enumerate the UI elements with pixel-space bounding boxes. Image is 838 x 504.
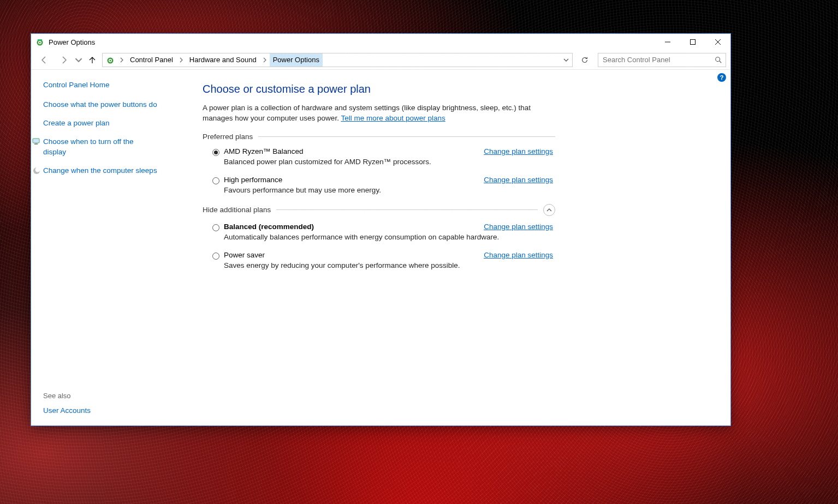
plan-high-performance: High performance Change plan settings Fa… [212,176,555,194]
navigation-bar: Control Panel Hardware and Sound Power O… [31,50,730,70]
sidebar-link-sleep[interactable]: Change when the computer sleeps [43,166,158,176]
sidebar-link-display-off[interactable]: Choose when to turn off the display [43,137,158,157]
svg-rect-8 [33,139,39,143]
divider [258,136,555,137]
plan-description: Balanced power plan customized for AMD R… [224,158,555,166]
section-additional-plans[interactable]: Hide additional plans [203,204,555,216]
plan-name[interactable]: Power saver [224,251,265,259]
plan-name[interactable]: AMD Ryzen™ Balanced [224,147,304,155]
section-label: Preferred plans [203,133,253,141]
control-panel-window: Power Options [31,33,731,426]
help-icon[interactable]: ? [717,73,726,82]
sidebar-link-create-plan[interactable]: Create a power plan [43,118,158,128]
plan-amd-ryzen-balanced: AMD Ryzen™ Balanced Change plan settings… [212,147,555,166]
plan-description: Favours performance but may use more ene… [224,186,555,194]
section-label: Hide additional plans [203,206,271,214]
tell-me-more-link[interactable]: Tell me more about power plans [341,114,445,122]
page-description: A power plan is a collection of hardware… [203,103,555,124]
close-button[interactable] [705,34,730,50]
titlebar: Power Options [31,34,730,50]
breadcrumb-item[interactable]: Hardware and Sound [186,53,260,67]
power-options-icon [35,38,44,46]
change-plan-settings-link[interactable]: Change plan settings [484,176,553,184]
svg-point-2 [39,42,41,44]
sidebar: Control Panel Home Choose what the power… [31,70,164,425]
desktop-background: Power Options [0,0,838,504]
chevron-right-icon[interactable] [117,57,127,63]
divider [276,209,538,210]
chevron-up-icon[interactable] [543,204,555,216]
radio-button[interactable] [212,149,219,156]
main-content: Choose or customise a power plan A power… [164,70,568,425]
radio-button[interactable] [212,224,219,231]
monitor-icon [32,137,41,146]
plan-description: Automatically balances performance with … [224,233,555,241]
window-title: Power Options [49,38,95,46]
address-bar[interactable]: Control Panel Hardware and Sound Power O… [102,53,573,67]
moon-icon [32,166,41,175]
control-panel-home-link[interactable]: Control Panel Home [43,81,158,89]
breadcrumb-item-current[interactable]: Power Options [270,53,323,67]
address-dropdown-icon[interactable] [559,57,572,63]
sidebar-link-power-buttons[interactable]: Choose what the power buttons do [43,100,158,110]
svg-point-6 [110,59,111,61]
plan-name[interactable]: High performance [224,176,282,184]
window-body: ? Control Panel Home Choose what the pow… [31,70,730,425]
back-button[interactable] [35,52,53,68]
svg-point-11 [35,167,40,172]
plan-name[interactable]: Balanced (recommended) [224,223,314,231]
minimize-button[interactable] [655,34,680,50]
page-heading: Choose or customise a power plan [203,83,555,95]
plan-description: Saves energy by reducing your computer's… [224,261,555,269]
chevron-right-icon[interactable] [176,57,186,63]
search-icon [715,56,722,64]
forward-button[interactable] [55,52,73,68]
recent-locations-dropdown[interactable] [75,52,82,68]
plan-power-saver: Power saver Change plan settings Saves e… [212,251,555,269]
change-plan-settings-link[interactable]: Change plan settings [484,223,553,231]
sidebar-item-label: Choose when to turn off the display [43,137,134,155]
search-input[interactable] [602,55,722,64]
radio-button[interactable] [212,177,219,184]
plan-balanced: Balanced (recommended) Change plan setti… [212,223,555,241]
section-preferred-plans: Preferred plans [203,133,555,141]
radio-button[interactable] [212,253,219,260]
address-icon [106,56,115,64]
breadcrumb-item[interactable]: Control Panel [127,53,176,67]
chevron-right-icon[interactable] [260,57,270,63]
change-plan-settings-link[interactable]: Change plan settings [484,147,553,155]
refresh-button[interactable] [577,53,592,67]
maximize-button[interactable] [680,34,705,50]
change-plan-settings-link[interactable]: Change plan settings [484,251,553,259]
svg-point-7 [716,57,720,61]
up-button[interactable] [85,52,100,68]
svg-rect-3 [691,40,696,45]
sidebar-link-user-accounts[interactable]: User Accounts [43,406,158,415]
search-control-panel[interactable] [598,53,726,67]
sidebar-item-label: Change when the computer sleeps [43,166,157,175]
see-also-label: See also [43,392,158,400]
svg-rect-9 [34,143,38,145]
